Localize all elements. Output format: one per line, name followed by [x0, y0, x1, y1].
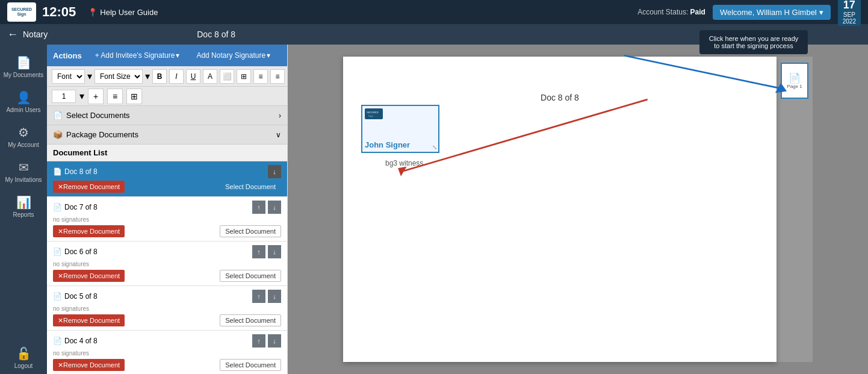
text-box-button[interactable]: ⬜ [220, 69, 234, 84]
sidebar-item-my-account[interactable]: ⚙ My Account [0, 120, 47, 153]
package-documents-header-left: 📦 Package Documents [53, 130, 138, 139]
add-notary-signature-button[interactable]: Add Notary Signature ▾ [193, 49, 274, 61]
doc-6-sigs: no signatures [53, 261, 281, 267]
underline-button[interactable]: U [186, 69, 200, 84]
notary-dropdown-icon: ▾ [267, 51, 270, 60]
sidebar-item-admin-users[interactable]: 👤 Admin Users [0, 86, 47, 118]
doc-page-title: Doc 8 of 8 [541, 93, 579, 102]
doc-6-down-button[interactable]: ↓ [268, 245, 281, 258]
doc-5-down-button[interactable]: ↓ [268, 290, 281, 303]
select-documents-header-left: 📄 Select Documents [53, 111, 130, 120]
actions-bar: Actions + Add Invitee's Signature ▾ Add … [47, 45, 287, 66]
doc-7-down-button[interactable]: ↓ [268, 201, 281, 214]
doc-icon-7: 📄 [53, 203, 62, 211]
thumb-label: Page 1 [787, 84, 802, 89]
back-arrow[interactable]: ← [7, 28, 18, 41]
breadcrumb-doc-title: Doc 8 of 8 [197, 30, 235, 39]
doc-item-6-actions: ✕Remove Document Select Document [53, 270, 281, 282]
sidebar-label-reports: Reports [13, 211, 34, 218]
signature-logo: SECURED Sign [365, 108, 383, 119]
doc-item-8: 📄 Doc 8 of 8 ↓ ✕Remove Document Select D… [47, 161, 287, 197]
font-dropdown-icon: ▾ [87, 70, 92, 82]
doc-item-5-actions: ✕Remove Document Select Document [53, 314, 281, 326]
doc-4-down-button[interactable]: ↓ [268, 334, 281, 348]
page-number-input[interactable] [52, 90, 76, 103]
page-thumbnail-1[interactable]: 📄 Page 1 [781, 63, 808, 99]
doc-7-select-button[interactable]: Select Document [220, 225, 281, 237]
doc-6-select-button[interactable]: Select Document [220, 270, 281, 282]
signing-tooltip: Click here when you are ready to start t… [699, 30, 808, 54]
doc-item-4-top: 📄 Doc 4 of 8 ↑ ↓ [53, 334, 281, 348]
resize-handle[interactable]: ⤡ [432, 144, 437, 151]
add-invitee-label: + Add Invitee's Signature [95, 51, 175, 60]
help-link[interactable]: 📍 Help User Guide [88, 8, 158, 17]
text-color-button[interactable]: A [203, 69, 217, 84]
add-form-field-button[interactable]: Add Form Field ▾ [284, 49, 288, 61]
signature-block[interactable]: SECURED Sign John Signer ⤡ [361, 105, 439, 153]
doc-4-remove-button[interactable]: ✕Remove Document [53, 359, 125, 371]
package-documents-label: Package Documents [66, 130, 138, 139]
doc-icon-6: 📄 [53, 248, 62, 256]
doc-item-5-top: 📄 Doc 5 of 8 ↑ ↓ [53, 290, 281, 303]
doc-8-download-button[interactable]: ↓ [268, 165, 281, 178]
signer-name: John Signer [365, 140, 410, 149]
doc-item-6-top: 📄 Doc 6 of 8 ↑ ↓ [53, 245, 281, 258]
account-icon: ⚙ [18, 125, 29, 140]
invitations-icon: ✉ [19, 160, 29, 175]
font-select[interactable]: Font [52, 69, 85, 84]
sidebar-item-my-documents[interactable]: 📄 My Documents [0, 51, 47, 83]
fontsize-dropdown-icon: ▾ [145, 70, 150, 82]
doc-item-5-btns: ↑ ↓ [252, 290, 281, 303]
bold-button[interactable]: B [152, 69, 167, 84]
align-center-button[interactable]: ≡ [270, 69, 285, 84]
doc-6-up-button[interactable]: ↑ [252, 245, 265, 258]
doc-icon-4: 📄 [53, 337, 62, 345]
doc-item-8-title: 📄 Doc 8 of 8 [53, 167, 98, 176]
sidebar-label-logout: Logout [14, 363, 33, 369]
doc-item-6-title: 📄 Doc 6 of 8 [53, 248, 98, 256]
doc-5-remove-button[interactable]: ✕Remove Document [53, 314, 125, 326]
doc-5-select-button[interactable]: Select Document [220, 314, 281, 326]
doc-item-7-title: 📄 Doc 7 of 8 [53, 203, 98, 211]
svg-text:SECURED: SECURED [367, 111, 379, 114]
doc-5-up-button[interactable]: ↑ [252, 290, 265, 303]
doc-8-remove-button[interactable]: ✕Remove Document [53, 181, 125, 193]
font-size-select[interactable]: Font Size [95, 69, 143, 84]
package-documents-section[interactable]: 📦 Package Documents ∨ [47, 125, 287, 145]
file-icon: 📄 [53, 111, 63, 120]
sidebar-item-logout[interactable]: 🔓 Logout [0, 341, 47, 374]
doc-icon-8: 📄 [53, 167, 62, 176]
sidebar-item-reports[interactable]: 📊 Reports [0, 190, 47, 223]
sidebar: 📄 My Documents 👤 Admin Users ⚙ My Accoun… [0, 45, 47, 374]
main-layout: 📄 My Documents 👤 Admin Users ⚙ My Accoun… [0, 45, 868, 374]
doc-4-up-button[interactable]: ↑ [252, 334, 265, 348]
breadcrumb-notary: Notary [23, 30, 48, 39]
table-button[interactable]: ⊞ [237, 69, 251, 84]
align-left-button[interactable]: ≡ [253, 69, 268, 84]
document-view: Doc 8 of 8 SECURED Sign John Signer ⤡ bg… [288, 45, 868, 374]
witness-label: bg3 witness [385, 159, 423, 167]
content-area: Doc 8 of 8 SECURED Sign John Signer ⤡ bg… [288, 45, 868, 374]
sidebar-item-my-invitations[interactable]: ✉ My Invitations [0, 155, 47, 188]
thumb-page-icon: 📄 [789, 72, 801, 84]
add-page-button[interactable]: + [88, 89, 104, 104]
align-page-button[interactable]: ≡ [107, 89, 123, 104]
add-invitee-signature-button[interactable]: + Add Invitee's Signature ▾ [91, 49, 184, 61]
doc-4-select-button[interactable]: Select Document [220, 359, 281, 371]
italic-button[interactable]: I [169, 69, 184, 84]
grid-page-button[interactable]: ⊞ [126, 89, 142, 104]
doc-item-5: 📄 Doc 5 of 8 ↑ ↓ no signatures ✕Remove D… [47, 286, 287, 331]
page-controls: ▾ + ≡ ⊞ [47, 87, 287, 106]
select-documents-section[interactable]: 📄 Select Documents › [47, 106, 287, 125]
doc-7-remove-button[interactable]: ✕Remove Document [53, 225, 125, 237]
doc-7-up-button[interactable]: ↑ [252, 201, 265, 214]
doc-item-7-actions: ✕Remove Document Select Document [53, 225, 281, 237]
top-nav: SECUREDSign 12:05 📍 Help User Guide Acco… [0, 0, 868, 24]
doc-8-select-button[interactable]: Select Document [220, 181, 281, 193]
doc-item-6: 📄 Doc 6 of 8 ↑ ↓ no signatures ✕Remove D… [47, 242, 287, 286]
user-menu-button[interactable]: Welcome, William H Gimbel ▾ [713, 5, 831, 20]
doc-item-4-actions: ✕Remove Document Select Document [53, 359, 281, 371]
logo-area: SECUREDSign [7, 2, 36, 22]
doc-6-remove-button[interactable]: ✕Remove Document [53, 270, 125, 282]
doc-item-8-btns: ↓ [268, 165, 281, 178]
